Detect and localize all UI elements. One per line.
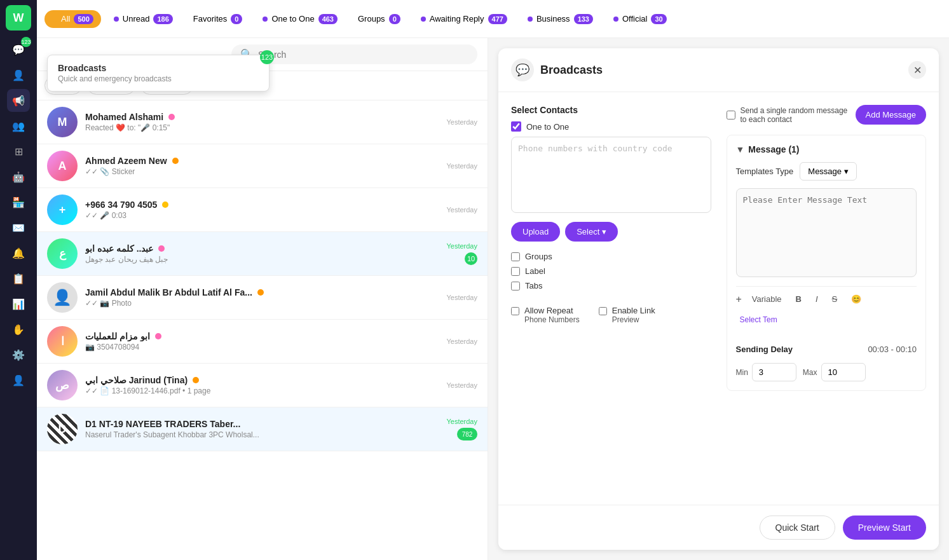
close-button[interactable]: ✕ [908, 61, 926, 79]
templates-select[interactable]: Message ▾ [800, 162, 857, 181]
sidebar-icon-shop[interactable]: 🏪 [7, 191, 30, 214]
tag-dot [172, 158, 179, 164]
upload-button[interactable]: Upload [511, 222, 560, 242]
sidebar-icon-bot[interactable]: 🤖 [7, 165, 30, 188]
sidebar-icon-analytics[interactable]: 📊 [7, 292, 30, 315]
chat-time: Yesterday [446, 294, 477, 301]
sidebar-icon-people[interactable]: 👥 [7, 114, 30, 137]
tab-dot-business [528, 17, 533, 22]
chat-time: Yesterday [446, 162, 477, 170]
groups-checkbox[interactable] [511, 252, 520, 261]
chat-item[interactable]: 👤 Jamil Abdul Malik Br Abdul Latif Al Fa… [37, 276, 488, 320]
chat-item[interactable]: ص صلاحي ابي Jarinud (Tina) ✓✓ 📄 13-16901… [37, 364, 488, 407]
chat-item[interactable]: A Ahmed Azeem New ✓✓ 📎 Sticker Yesterday [37, 144, 488, 188]
chat-name: Jamil Abdul Malik Br Abdul Latif Al Fa..… [85, 287, 439, 297]
select-template-button[interactable]: Select Tem [736, 313, 781, 327]
tab-business[interactable]: Business 133 [520, 10, 601, 28]
sidebar-icon-list[interactable]: 📋 [7, 267, 30, 290]
select-button[interactable]: Select ▾ [565, 222, 618, 242]
send-random-checkbox[interactable] [727, 111, 735, 120]
tab-awaiting-reply[interactable]: Awaiting Reply 477 [413, 10, 515, 28]
avatar: M [47, 107, 78, 137]
chat-preview: Naserul Trader's Subagent Khobbar 3PC Wh… [85, 430, 439, 439]
tab-groups[interactable]: Groups 0 [350, 10, 408, 28]
tab-dot-all [52, 17, 57, 22]
chat-item[interactable]: M Mohamed Alshami Reacted ❤️ to: "🎤 0:15… [37, 100, 488, 144]
tab-all[interactable]: All 500 [44, 10, 101, 28]
chat-item[interactable]: ع عبد.. كلمه عبده ابو جبل هيف ريحان عبد … [37, 232, 488, 276]
chat-time: Yesterday [446, 242, 477, 250]
groups-label: Groups [525, 252, 552, 261]
chat-time: Yesterday [446, 381, 477, 389]
sidebar-icon-grid[interactable]: ⊞ [7, 140, 30, 163]
tag-dot [257, 289, 264, 296]
tabs-label: Tabs [525, 281, 542, 290]
chat-meta: Yesterday 10 [446, 242, 477, 265]
sidebar-icon-contacts[interactable]: 👤 [7, 64, 30, 86]
italic-button[interactable]: I [812, 292, 822, 306]
max-delay-group: Max [803, 363, 866, 381]
chat-preview: ✓✓ 📄 13-169012-1446.pdf • 1 page [85, 386, 439, 395]
tab-one-to-one[interactable]: One to One 463 [255, 10, 345, 28]
min-input[interactable] [752, 363, 796, 381]
chat-info: Mohamed Alshami Reacted ❤️ to: "🎤 0:15" [85, 112, 439, 132]
broadcasts-title-area: 💬 Broadcasts [511, 58, 603, 81]
sidebar-icon-bell[interactable]: 🔔 [7, 242, 30, 264]
preview-start-button[interactable]: Preview Start [843, 516, 926, 540]
chat-time: Yesterday [446, 206, 477, 214]
select-label: Select [577, 227, 599, 236]
chat-info: Ahmed Azeem New ✓✓ 📎 Sticker [85, 156, 439, 176]
max-input[interactable] [821, 363, 866, 381]
sending-delay-row: Sending Delay 00:03 - 00:10 [736, 339, 917, 359]
chat-preview: جبل هيف ريحان عبد جوهل [85, 255, 439, 264]
chat-meta: Yesterday [446, 118, 477, 126]
emoji-button[interactable]: 😊 [847, 292, 865, 306]
min-label: Min [736, 368, 748, 377]
tabs-checkbox[interactable] [511, 282, 520, 290]
chat-meta: Yesterday [446, 381, 477, 389]
broadcasts-modal: 💬 Broadcasts ✕ Select Contacts [498, 48, 939, 550]
chat-list-panel: 123 Broadcasts Quick and emergency broad… [37, 38, 488, 560]
tab-one-to-one-badge: 463 [318, 14, 338, 24]
chat-item[interactable]: + +966 34 790 4505 ✓✓ 🎤 0:03 Yesterday [37, 188, 488, 232]
variable-plus-icon[interactable]: + [736, 294, 742, 305]
top-tab-bar: All 500 Unread 186 Favorites 0 One to On… [37, 0, 949, 38]
broadcasts-popup-badge: 123 [260, 50, 274, 64]
chat-time: Yesterday [446, 118, 477, 126]
variable-button[interactable]: Variable [748, 292, 786, 306]
broadcasts-popup-title: Broadcasts [58, 63, 259, 73]
sidebar-icon-hand[interactable]: ✋ [7, 318, 30, 341]
tab-official[interactable]: Official 30 [606, 10, 674, 28]
bold-button[interactable]: B [792, 292, 805, 306]
tab-unread[interactable]: Unread 186 [106, 10, 181, 28]
label-row: Label [511, 266, 711, 276]
allow-repeat-checkbox[interactable] [511, 307, 519, 315]
strikethrough-button[interactable]: S [828, 292, 842, 306]
max-label: Max [803, 368, 817, 377]
search-input[interactable] [258, 50, 468, 60]
chat-item[interactable]: D D1 NT-19 NAYEEB TRADERS Taber... Naser… [37, 407, 488, 451]
label-checkbox[interactable] [511, 267, 520, 276]
quick-start-button[interactable]: Quick Start [760, 516, 835, 540]
sidebar-icon-broadcast[interactable]: 📢 [7, 89, 30, 112]
sidebar-icon-user[interactable]: 👤 [7, 369, 30, 392]
bottom-actions: Quick Start Preview Start [498, 505, 939, 550]
chat-info: D1 NT-19 NAYEEB TRADERS Taber... Naserul… [85, 419, 439, 439]
sidebar: W 💬 123 👤 📢 👥 ⊞ 🤖 🏪 ✉️ 🔔 📋 📊 ✋ ⚙️ 👤 [0, 0, 37, 560]
chat-item[interactable]: ا ابو مزام للعمليات 📷 3504708094 Yesterd… [37, 320, 488, 364]
message-textarea[interactable] [736, 188, 917, 277]
sidebar-icon-settings[interactable]: ⚙️ [7, 343, 30, 366]
sidebar-icon-chat[interactable]: 💬 123 [7, 38, 30, 61]
tab-dot-unread [114, 17, 119, 22]
sidebar-icon-email[interactable]: ✉️ [7, 216, 30, 239]
unread-badge: 10 [465, 252, 477, 265]
main-content: All 500 Unread 186 Favorites 0 One to On… [37, 0, 949, 560]
label-label: Label [525, 266, 545, 276]
phone-textarea[interactable] [511, 137, 711, 213]
avatar: + [47, 195, 78, 225]
add-message-button[interactable]: Add Message [856, 105, 927, 125]
enable-link-checkbox[interactable] [599, 307, 607, 315]
allow-repeat-label: Allow Repeat [524, 306, 580, 315]
one-to-one-checkbox[interactable] [511, 121, 521, 132]
tab-favorites[interactable]: Favorites 0 [186, 10, 250, 28]
